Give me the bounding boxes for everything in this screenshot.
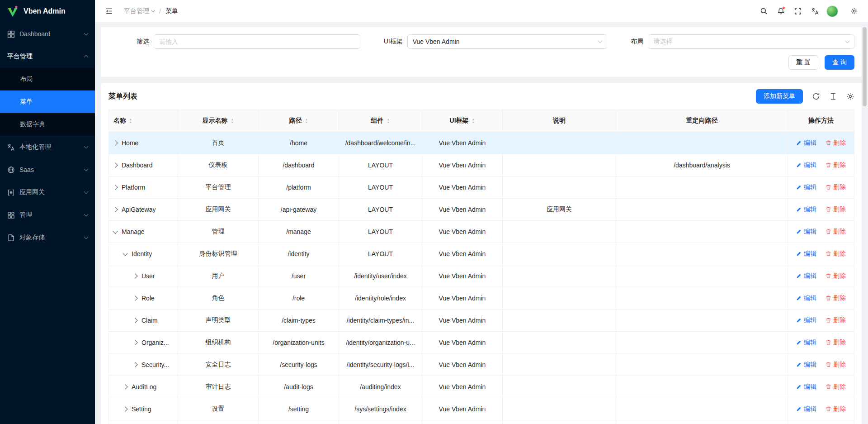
sidebar-item-platform[interactable]: 平台管理 (0, 45, 95, 68)
delete-button-label: 删除 (833, 250, 846, 258)
search-button[interactable] (756, 4, 771, 19)
table-row[interactable]: ApiGateway 应用网关 /api-gateway LAYOUT Vue … (109, 199, 854, 221)
delete-button[interactable]: 删除 (826, 139, 846, 147)
layout-select[interactable]: 请选择 (648, 34, 854, 49)
column-header-2[interactable]: 显示名称▲▼ (178, 110, 259, 132)
edit-button[interactable]: 编辑 (796, 294, 816, 302)
delete-button[interactable]: 删除 (826, 405, 846, 413)
cell-ui-framework: Vue Vben Admin (422, 310, 503, 332)
table-row[interactable]: Platform 平台管理 /platform LAYOUT Vue Vben … (109, 176, 854, 199)
table-row[interactable]: User 用户 /user /identity/user/index Vue V… (109, 265, 854, 287)
search-icon (760, 7, 768, 15)
expand-icon[interactable] (123, 406, 127, 411)
delete-button[interactable]: 删除 (826, 205, 846, 214)
column-header-5[interactable]: UI框架▲▼ (422, 110, 503, 132)
sidebar-item-layout[interactable]: 布局 (0, 68, 95, 91)
delete-button[interactable]: 删除 (826, 250, 846, 258)
edit-button[interactable]: 编辑 (796, 139, 816, 147)
sort-icon[interactable]: ▲▼ (472, 118, 475, 124)
sidebar-item-menu[interactable]: 菜单 (0, 91, 95, 113)
delete-button[interactable]: 删除 (826, 338, 846, 347)
expand-icon[interactable] (123, 384, 127, 389)
column-header-3[interactable]: 路径▲▼ (259, 110, 339, 132)
edit-button[interactable]: 编辑 (796, 228, 816, 236)
sidebar-item-localization[interactable]: 本地化管理 (0, 136, 95, 158)
edit-button[interactable]: 编辑 (796, 316, 816, 324)
table-row[interactable]: Dashboard 仪表板 /dashboard LAYOUT Vue Vben… (109, 154, 854, 176)
edit-button[interactable]: 编辑 (796, 205, 816, 214)
edit-button[interactable]: 编辑 (796, 272, 816, 280)
delete-button[interactable]: 删除 (826, 294, 846, 302)
delete-button[interactable]: 删除 (826, 272, 846, 280)
sidebar-item-saas[interactable]: Saas (0, 158, 95, 181)
app-logo[interactable]: Vben Admin (0, 0, 95, 23)
delete-button-label: 删除 (833, 383, 846, 391)
delete-button[interactable]: 删除 (826, 183, 846, 191)
sidebar-item-api-gateway[interactable]: 应用网关 (0, 181, 95, 204)
language-button[interactable] (807, 4, 823, 19)
sort-icon[interactable]: ▲▼ (387, 118, 390, 124)
sidebar-item-manage[interactable]: 管理 (0, 204, 95, 226)
table-row[interactable]: Setting 设置 /setting /sys/settings/index … (109, 398, 854, 420)
table-row[interactable]: Identity 身份标识管理 /identity LAYOUT Vue Vbe… (109, 243, 854, 265)
column-header-4[interactable]: 组件▲▼ (339, 110, 422, 132)
table-row[interactable]: Home 首页 /home /dashboard/welcome/in... V… (109, 132, 854, 154)
sort-icon[interactable]: ▲▼ (231, 118, 234, 124)
edit-button[interactable]: 编辑 (796, 361, 816, 369)
sidebar-item-dashboard[interactable]: Dashboard (0, 23, 95, 45)
notification-button[interactable] (773, 4, 788, 19)
expand-icon[interactable] (132, 318, 137, 323)
delete-button[interactable]: 删除 (826, 383, 846, 391)
expand-icon[interactable] (113, 185, 118, 190)
table-row[interactable]: Organiz... 组织机构 /organization-units /ide… (109, 332, 854, 354)
table-row[interactable]: Manage 管理 /manage LAYOUT Vue Vben Admin … (109, 221, 854, 243)
expand-icon[interactable] (113, 207, 118, 212)
edit-button[interactable]: 编辑 (796, 405, 816, 413)
expand-icon[interactable] (132, 362, 137, 367)
add-menu-button[interactable]: 添加新菜单 (756, 89, 803, 104)
fullscreen-button[interactable] (790, 4, 806, 19)
edit-button-label: 编辑 (804, 250, 816, 258)
edit-button[interactable]: 编辑 (796, 250, 816, 258)
expand-icon[interactable] (123, 251, 127, 256)
framework-select[interactable]: Vue Vben Admin (407, 34, 608, 49)
cell-name: User (142, 272, 155, 280)
table-row[interactable]: Role 角色 /role /identity/role/index Vue V… (109, 287, 854, 310)
table-row[interactable]: Claim 声明类型 /claim-types /identity/claim-… (109, 310, 854, 332)
top-header: 平台管理 / 菜单 (95, 0, 868, 23)
edit-button-label: 编辑 (804, 316, 816, 324)
filter-keyword-input[interactable] (154, 34, 360, 49)
sort-icon[interactable]: ▲▼ (129, 118, 132, 124)
search-submit-button[interactable]: 查 询 (825, 55, 854, 70)
vertical-scrollbar[interactable] (863, 27, 867, 106)
table-row[interactable]: AuditLog 审计日志 /audit-logs /auditing/inde… (109, 376, 854, 398)
expand-icon[interactable] (132, 340, 137, 345)
edit-button[interactable]: 编辑 (796, 338, 816, 347)
table-settings-icon[interactable] (846, 92, 854, 100)
expand-icon[interactable] (113, 140, 118, 145)
sidebar-item-object-storage[interactable]: 对象存储 (0, 226, 95, 249)
delete-button[interactable]: 删除 (826, 161, 846, 169)
preferences-button[interactable] (846, 4, 862, 19)
table-row[interactable]: Security... 安全日志 /security-logs /identit… (109, 354, 854, 376)
edit-button[interactable]: 编辑 (796, 183, 816, 191)
delete-trash-icon (826, 229, 831, 234)
expand-icon[interactable] (132, 295, 137, 300)
expand-icon[interactable] (113, 229, 118, 233)
edit-button[interactable]: 编辑 (796, 383, 816, 391)
delete-button[interactable]: 删除 (826, 361, 846, 369)
refresh-icon[interactable] (812, 92, 820, 100)
sort-icon[interactable]: ▲▼ (305, 118, 308, 124)
sidebar-collapse-button[interactable] (101, 4, 117, 19)
reset-button[interactable]: 重 置 (788, 55, 818, 70)
delete-button[interactable]: 删除 (826, 228, 846, 236)
sidebar-item-dictionary[interactable]: 数据字典 (0, 113, 95, 136)
row-height-icon[interactable] (829, 92, 837, 100)
delete-button[interactable]: 删除 (826, 316, 846, 324)
user-menu-button[interactable] (825, 4, 840, 19)
breadcrumb-platform[interactable]: 平台管理 (124, 7, 155, 15)
column-header-1[interactable]: 名称▲▼ (109, 110, 178, 132)
expand-icon[interactable] (132, 273, 137, 278)
edit-button[interactable]: 编辑 (796, 161, 816, 169)
expand-icon[interactable] (113, 162, 118, 167)
